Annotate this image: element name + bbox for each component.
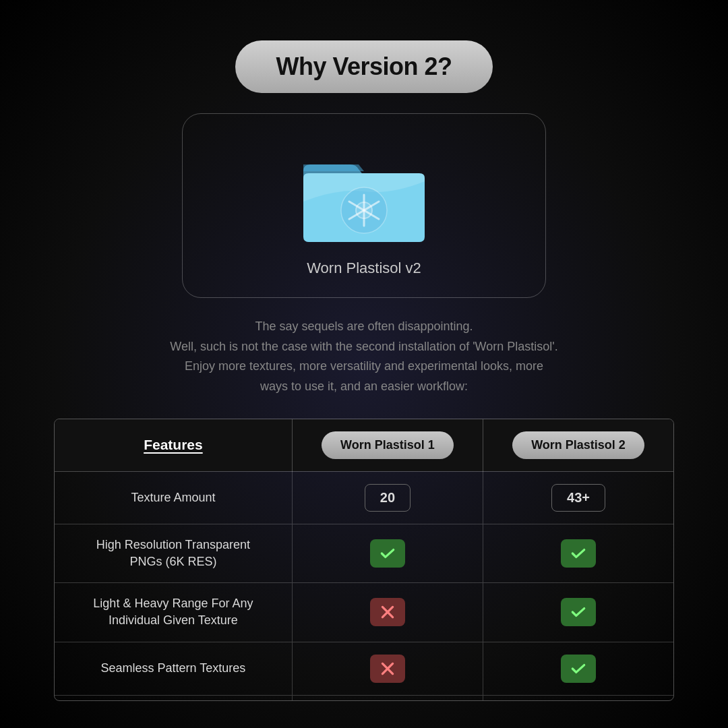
- table-row: Seamless Pattern Textures: [55, 642, 673, 695]
- v1-cell: [292, 695, 483, 701]
- v1-cell: 20: [292, 471, 483, 524]
- folder-icon: [297, 141, 431, 249]
- comparison-table: Features Worn Plastisol 1 Worn Plastisol…: [54, 419, 674, 701]
- page-title: Why Version 2?: [276, 53, 452, 81]
- table-row: Texture Amount 20 43+: [55, 471, 673, 524]
- table-row: Light & Heavy Range For AnyIndividual Gi…: [55, 583, 673, 642]
- feature-name: High Resolution TransparentPNGs (6K RES): [55, 524, 292, 582]
- v1-cell: [292, 583, 483, 642]
- v1-pill: Worn Plastisol 1: [322, 431, 454, 459]
- col-v1: Worn Plastisol 1: [292, 419, 483, 472]
- x-icon: [370, 598, 405, 626]
- number-badge: 43+: [551, 484, 605, 512]
- check-icon: [561, 598, 596, 626]
- check-icon: [561, 539, 596, 568]
- x-icon: [370, 655, 405, 683]
- check-icon: [561, 655, 596, 683]
- v2-cell: [483, 695, 673, 701]
- number-badge: 20: [365, 484, 411, 512]
- title-pill: Why Version 2?: [235, 40, 492, 93]
- feature-name: Light & Heavy Range For AnyIndividual Gi…: [55, 583, 292, 642]
- v2-cell: [483, 524, 673, 582]
- feature-name: Seamless Pattern Textures: [55, 642, 292, 695]
- v1-cell: [292, 642, 483, 695]
- col-v2: Worn Plastisol 2: [483, 419, 673, 472]
- table-row: High Resolution TransparentPNGs (6K RES): [55, 524, 673, 582]
- feature-name: Texture Amount: [55, 471, 292, 524]
- folder-card: Worn Plastisol v2: [182, 113, 546, 298]
- table-row: Texture Brushes: [55, 695, 673, 701]
- folder-label: Worn Plastisol v2: [307, 260, 421, 277]
- subtitle-text: The say sequels are often disappointing.…: [170, 317, 558, 397]
- v2-cell: 43+: [483, 471, 673, 524]
- feature-name: Texture Brushes: [55, 695, 292, 701]
- col-features: Features: [55, 419, 292, 472]
- v2-cell: [483, 642, 673, 695]
- v2-pill: Worn Plastisol 2: [512, 431, 644, 459]
- check-icon: [370, 539, 405, 568]
- v2-cell: [483, 583, 673, 642]
- svg-point-4: [356, 202, 372, 218]
- v1-cell: [292, 524, 483, 582]
- table-header-row: Features Worn Plastisol 1 Worn Plastisol…: [55, 419, 673, 472]
